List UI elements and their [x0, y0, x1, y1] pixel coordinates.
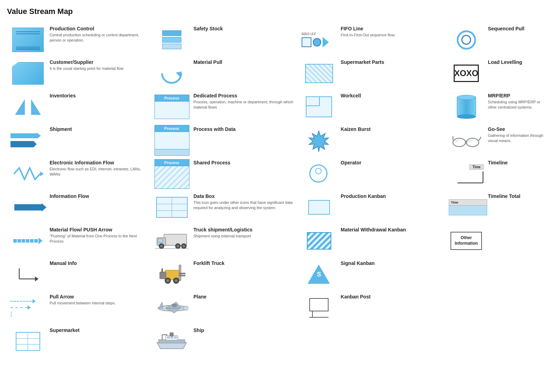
sequenced-pull-icon — [449, 26, 484, 54]
fifo-line-label: FIFO Line First-In-First-Out sequence fl… — [341, 26, 442, 38]
list-item: Go-See Gathering of information through … — [445, 124, 548, 157]
svg-marker-38 — [309, 131, 329, 152]
list-item: Electronic Information Flow Electronic f… — [7, 157, 151, 191]
list-item: Inventories — [7, 90, 151, 124]
information-flow-icon — [10, 193, 45, 221]
production-kanban-icon — [302, 193, 337, 221]
ship-label: Ship — [194, 327, 295, 334]
material-pull-icon — [154, 59, 189, 87]
list-item: Operator — [298, 157, 445, 191]
fifo-line-icon: MAX=XX — [302, 26, 337, 54]
list-item: Process Shared Process — [151, 157, 298, 191]
list-item: Plane — [151, 291, 298, 325]
svg-point-27 — [183, 306, 188, 310]
pull-arrow-icon — [10, 294, 45, 322]
list-item: Process Dedicated Process Process, opera… — [151, 90, 298, 124]
page-title: Value Stream Map — [7, 7, 548, 16]
inventories-icon — [10, 93, 45, 121]
signal-kanban-label: Signal Kanban — [341, 260, 442, 267]
svg-point-8 — [160, 245, 163, 247]
operator-icon — [302, 160, 337, 188]
truck-shipment-label: Truck shipment/Logistics Shipment using … — [194, 227, 295, 239]
list-item: Time Timeline Total — [445, 191, 548, 224]
svg-rect-23 — [161, 268, 163, 273]
shared-process-icon: Process — [154, 160, 189, 188]
production-control-icon — [10, 26, 45, 54]
svg-point-40 — [466, 138, 479, 147]
manual-info-label: Manual Info — [50, 260, 147, 267]
list-item: MRP/ERP Scheduling using MRP/ERP or othe… — [445, 90, 548, 124]
material-flow-label: Material Flow/ PUSH Arrow "Pushing" of M… — [50, 227, 147, 244]
list-item: Time Timeline — [445, 157, 548, 191]
inventories-label: Inventories — [50, 93, 147, 99]
shipment-label: Shipment — [50, 126, 147, 133]
svg-point-10 — [177, 245, 179, 247]
supermarket-label: Supermarket — [50, 327, 147, 334]
list-item: MAX=XX FIFO Line First-In-First-Out sequ… — [298, 23, 445, 57]
kanban-post-icon — [302, 294, 337, 322]
list-item: Workcell — [298, 90, 445, 124]
supermarket-parts-label: Supermarket Parts — [341, 59, 442, 66]
list-item: Customer/Supplier It is the usual starti… — [7, 57, 151, 90]
svg-marker-28 — [159, 302, 163, 308]
process-with-data-label: Process with Data — [194, 126, 295, 133]
customer-supplier-label: Customer/Supplier It is the usual starti… — [50, 59, 147, 71]
svg-point-29 — [172, 304, 177, 307]
plane-label: Plane — [194, 294, 295, 301]
list-item: Information Flow — [7, 191, 151, 224]
timeline-label: Timeline — [488, 160, 545, 167]
kanban-post-label: Kanban Post — [341, 294, 442, 301]
electronic-info-flow-icon — [10, 160, 45, 188]
load-levelling-label: Load Levelling — [488, 59, 545, 66]
kaizen-burst-label: Kaizen Burst — [341, 126, 442, 133]
list-item: Production Control Central production sc… — [7, 23, 151, 57]
sequenced-pull-label: Sequenced Pull — [488, 26, 545, 32]
list-item: Process Process with Data — [151, 124, 298, 157]
list-item: Sequenced Pull — [445, 23, 548, 57]
list-item: Data Box This icon goes under other icon… — [151, 191, 298, 224]
production-kanban-label: Production Kanban — [341, 193, 442, 200]
list-item: Material Withdrawal Kanban — [298, 224, 445, 258]
process-with-data-icon: Process — [154, 126, 189, 154]
signal-kanban-icon: S — [302, 260, 337, 288]
kaizen-burst-icon — [302, 126, 337, 154]
shared-process-label: Shared Process — [194, 160, 295, 167]
supermarket-icon — [10, 327, 45, 355]
list-item: Material Pull — [151, 57, 298, 90]
data-box-icon — [154, 193, 189, 221]
mrp-erp-icon — [449, 93, 484, 121]
safety-stock-icon — [154, 26, 189, 54]
timeline-total-label: Timeline Total — [488, 193, 545, 200]
svg-rect-32 — [167, 336, 170, 338]
material-withdrawal-kanban-label: Material Withdrawal Kanban — [341, 227, 442, 234]
list-item: Kanban Post — [298, 291, 445, 325]
list-item: Pull Arrow Pull movement between interna… — [7, 291, 151, 325]
list-item: Truck shipment/Logistics Shipment using … — [151, 224, 298, 258]
svg-rect-16 — [180, 273, 185, 274]
shipment-icon — [10, 126, 45, 154]
safety-stock-label: Safety Stock — [194, 26, 295, 32]
svg-point-12 — [183, 245, 185, 247]
list-item: Manual Info — [7, 258, 151, 291]
list-item: Supermarket Parts — [298, 57, 445, 90]
svg-point-19 — [166, 279, 169, 282]
list-item: OtherInformation Other Information — [445, 224, 548, 258]
list-item: Production Kanban — [298, 191, 445, 224]
list-item: XOXO Load Levelling — [445, 57, 548, 90]
svg-point-21 — [175, 279, 177, 282]
list-item: Supermarket — [7, 325, 151, 358]
list-item: Safety Stock — [151, 23, 298, 57]
forklift-label: Forklift Truck — [194, 260, 295, 267]
list-item: Forklift Truck — [151, 258, 298, 291]
mrp-erp-label: MRP/ERP Scheduling using MRP/ERP or othe… — [488, 93, 545, 110]
svg-rect-17 — [180, 275, 185, 276]
truck-shipment-icon — [154, 227, 189, 255]
svg-rect-34 — [174, 336, 176, 338]
material-pull-label: Material Pull — [194, 59, 295, 66]
svg-point-39 — [453, 138, 466, 147]
manual-info-icon — [10, 260, 45, 288]
electronic-info-flow-label: Electronic Information Flow Electronic f… — [50, 160, 147, 177]
material-withdrawal-kanban-icon — [302, 227, 337, 255]
workcell-label: Workcell — [341, 93, 442, 99]
svg-rect-33 — [171, 336, 173, 338]
